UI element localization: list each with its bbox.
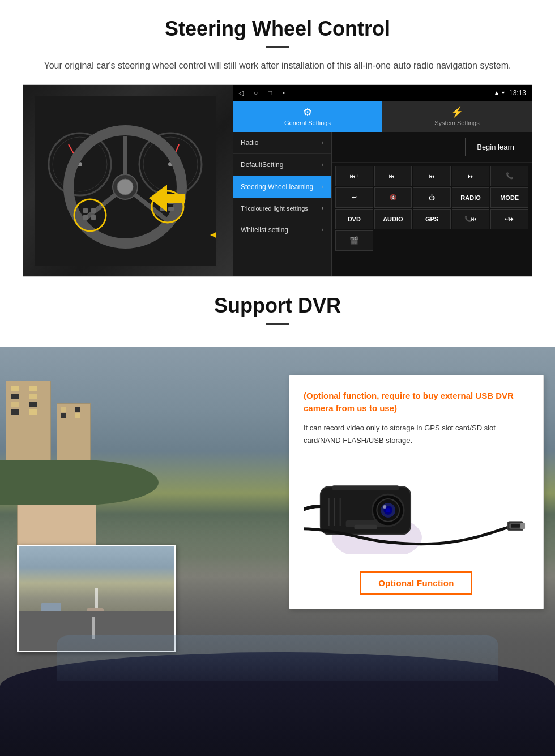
svg-rect-45 bbox=[520, 523, 525, 529]
car-windshield bbox=[57, 635, 498, 681]
svg-point-41 bbox=[383, 505, 386, 509]
car-hood bbox=[0, 652, 555, 756]
svg-rect-44 bbox=[511, 524, 520, 528]
ctrl-mute[interactable]: 🔇 bbox=[374, 187, 412, 208]
android-ui: ◁ ○ □ ▪ ▲ ▾ 13:13 ⚙ General Settings bbox=[233, 85, 532, 276]
dvr-background: (Optional function, require to buy exter… bbox=[0, 347, 555, 756]
menu-arrow-radio: › bbox=[322, 139, 323, 146]
svg-rect-20 bbox=[91, 215, 96, 220]
svg-rect-17 bbox=[83, 208, 88, 213]
ctrl-prev-track[interactable]: ⏮ bbox=[413, 166, 451, 186]
page-title: Steering Wheel Control bbox=[23, 17, 532, 41]
svg-point-40 bbox=[386, 508, 390, 512]
recents-icon[interactable]: □ bbox=[268, 89, 272, 97]
dvr-camera-svg bbox=[304, 464, 529, 554]
android-content: Radio › DefaultSetting › Steering Wheel … bbox=[233, 132, 532, 276]
menu-item-steering[interactable]: Steering Wheel learning › bbox=[233, 176, 331, 198]
status-icons: ▲ ▾ 13:13 bbox=[494, 89, 526, 97]
control-buttons-grid: ⏮+ ⏮− ⏮ ⏭ 📞 ↩ 🔇 ⏻ RADIO MODE DVD AUDIO bbox=[332, 163, 532, 254]
ctrl-power[interactable]: ⏻ bbox=[413, 187, 451, 208]
ctrl-audio[interactable]: AUDIO bbox=[374, 209, 412, 229]
menu-whitelist-label: Whitelist setting bbox=[241, 226, 288, 234]
dvr-description: It can record video only to storage in G… bbox=[304, 422, 529, 447]
steering-section: Steering Wheel Control Your original car… bbox=[0, 0, 555, 277]
svg-rect-18 bbox=[91, 208, 96, 213]
dvr-title: Support DVR bbox=[23, 294, 532, 318]
menu-arrow-default: › bbox=[322, 161, 323, 168]
menu-item-default[interactable]: DefaultSetting › bbox=[233, 154, 331, 176]
menu-arrow-whitelist: › bbox=[322, 227, 323, 233]
ctrl-back-next[interactable]: ↩⏭ bbox=[490, 209, 528, 229]
menu-item-tricolour[interactable]: Tricoloured light settings › bbox=[233, 198, 331, 219]
tab-general[interactable]: ⚙ General Settings bbox=[233, 101, 382, 132]
ctrl-vol-up[interactable]: ⏮+ bbox=[335, 166, 373, 186]
ctrl-next-track[interactable]: ⏭ bbox=[452, 166, 490, 186]
back-icon[interactable]: ◁ bbox=[238, 89, 244, 97]
svg-point-14 bbox=[117, 179, 133, 195]
optional-function-button[interactable]: Optional Function bbox=[360, 571, 472, 595]
title-divider bbox=[266, 46, 289, 48]
ctrl-back[interactable]: ↩ bbox=[335, 187, 373, 208]
ctrl-radio[interactable]: RADIO bbox=[452, 187, 490, 208]
android-menu: Radio › DefaultSetting › Steering Wheel … bbox=[233, 132, 332, 276]
ctrl-phone[interactable]: 📞 bbox=[490, 166, 528, 186]
steering-wheel-illustration bbox=[35, 96, 216, 266]
ctrl-extra[interactable]: 🎬 bbox=[335, 230, 373, 251]
tab-system-label: System Settings bbox=[434, 119, 479, 126]
begin-learn-button[interactable]: Begin learn bbox=[465, 138, 526, 156]
menu-default-label: DefaultSetting bbox=[241, 161, 283, 169]
dvr-section: Support DVR bbox=[0, 277, 555, 756]
menu-icon[interactable]: ▪ bbox=[283, 89, 285, 97]
svg-rect-24 bbox=[168, 207, 174, 211]
menu-radio-label: Radio bbox=[241, 139, 258, 147]
menu-arrow-tricolour: › bbox=[322, 205, 323, 211]
tab-system[interactable]: ⚡ System Settings bbox=[382, 101, 532, 132]
time-display: 13:13 bbox=[509, 89, 526, 97]
menu-steering-label: Steering Wheel learning bbox=[241, 183, 313, 191]
ctrl-dvd[interactable]: DVD bbox=[335, 209, 373, 229]
inset-road-background bbox=[19, 546, 174, 651]
dvr-hedge bbox=[0, 460, 159, 505]
settings-icon: ⚙ bbox=[303, 106, 312, 118]
section-subtitle: Your original car's steering wheel contr… bbox=[34, 58, 521, 73]
android-statusbar: ◁ ○ □ ▪ ▲ ▾ 13:13 bbox=[233, 85, 532, 101]
ctrl-phone-prev[interactable]: 📞⏮ bbox=[452, 209, 490, 229]
svg-rect-29 bbox=[332, 485, 399, 490]
dvr-title-divider bbox=[266, 323, 289, 325]
svg-rect-34 bbox=[355, 525, 377, 529]
android-tabs: ⚙ General Settings ⚡ System Settings bbox=[233, 101, 532, 132]
ctrl-mode[interactable]: MODE bbox=[490, 187, 528, 208]
menu-item-whitelist[interactable]: Whitelist setting › bbox=[233, 219, 331, 241]
ctrl-gps[interactable]: GPS bbox=[413, 209, 451, 229]
menu-tricolour-label: Tricoloured light settings bbox=[241, 205, 308, 212]
dvr-header: Support DVR bbox=[0, 277, 555, 347]
steering-photo bbox=[23, 85, 233, 277]
home-icon[interactable]: ○ bbox=[254, 89, 258, 97]
nav-icons: ◁ ○ □ ▪ bbox=[238, 89, 285, 97]
dvr-optional-heading: (Optional function, require to buy exter… bbox=[304, 390, 529, 415]
dvr-camera-area bbox=[304, 458, 529, 560]
system-icon: ⚡ bbox=[451, 106, 463, 118]
begin-learn-row: Begin learn bbox=[332, 132, 532, 163]
ctrl-vol-down[interactable]: ⏮− bbox=[374, 166, 412, 186]
menu-arrow-steering: › bbox=[322, 183, 323, 190]
steering-demo: ◁ ○ □ ▪ ▲ ▾ 13:13 ⚙ General Settings bbox=[23, 84, 532, 277]
wifi-icon: ▾ bbox=[502, 89, 505, 96]
dvr-info-card: (Optional function, require to buy exter… bbox=[289, 375, 544, 609]
tab-general-label: General Settings bbox=[284, 119, 331, 126]
signal-icon: ▲ bbox=[494, 89, 500, 96]
svg-rect-19 bbox=[83, 215, 88, 220]
android-right-panel: Begin learn ⏮+ ⏮− ⏮ ⏭ 📞 ↩ 🔇 ⏻ R bbox=[332, 132, 532, 276]
menu-item-radio[interactable]: Radio › bbox=[233, 132, 331, 154]
